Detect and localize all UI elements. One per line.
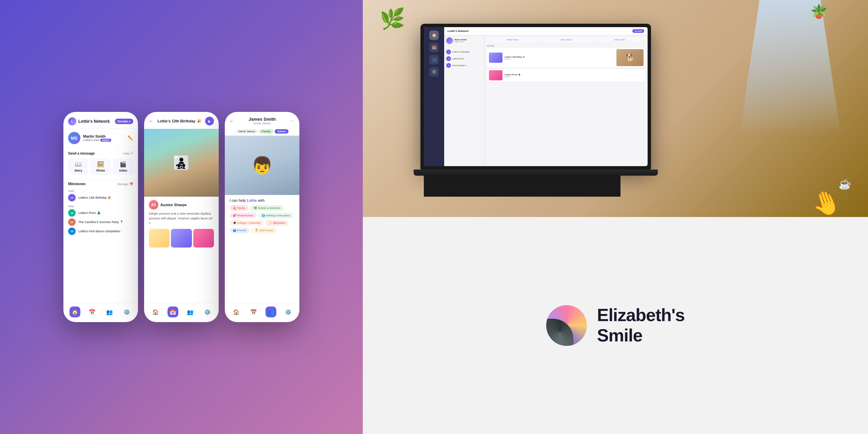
- story-text: Integer posuere erat a ante venenatis da…: [144, 212, 219, 229]
- help-section: I can help Lottie with 🏠 Family 🌿 School…: [225, 195, 299, 236]
- screen-nav-calendar-icon[interactable]: 📅: [429, 43, 439, 52]
- story-image: 👨‍👧‍👦: [144, 129, 219, 197]
- right-panel: 🌿 🪴 ☕ 🏠 📅 👥 ⚙️ Lottie: [363, 0, 868, 434]
- screen-story-item-2: Lottie's Prom 🌲 May 16: [487, 69, 646, 82]
- nav-calendar[interactable]: 📅: [87, 307, 98, 317]
- story-thumb-screen-1: [489, 53, 502, 63]
- story-label: Story: [74, 169, 82, 172]
- story-button[interactable]: 📖 Story: [68, 158, 88, 175]
- admin-tag: Admin: [275, 129, 289, 134]
- story-icon: 📖: [75, 161, 82, 167]
- james-tags-row: Uncle James Family Admin: [225, 128, 299, 136]
- nav2-settings[interactable]: ⚙️: [202, 307, 213, 317]
- screen-write-story-btn[interactable]: Write a story: [487, 37, 539, 42]
- profile-section: MS Martin Smith Lottie's Dad Admin ✏️: [63, 129, 138, 148]
- story-info-2: Lottie's Prom 🌲 May 16: [505, 73, 644, 78]
- nav2-home[interactable]: 🏠: [150, 307, 161, 317]
- screen-main: Lottie's Network Donate Martin Smith Lot…: [444, 27, 648, 166]
- milestone-item-29: 29 Lottie's First dance competition: [68, 228, 133, 235]
- action-buttons: 📖 Story 🖼️ Photo 🎬 Video: [68, 158, 133, 175]
- screen-header: Lottie's Network Donate: [444, 27, 648, 35]
- nav-home[interactable]: 🏠: [70, 307, 80, 317]
- phone2-nav: 🏠 📅 👥 ⚙️: [144, 303, 219, 322]
- help-tag-dontknow: ❓ I don't know: [251, 228, 277, 233]
- nav-settings[interactable]: ⚙️: [121, 307, 132, 317]
- donate-button[interactable]: Donate: [115, 119, 133, 124]
- photo-button[interactable]: 🖼️ Photo: [91, 158, 111, 175]
- edit-icon[interactable]: ✏️: [127, 135, 133, 141]
- play-button[interactable]: ▶: [205, 117, 214, 125]
- photo-icon: 🖼️: [97, 161, 104, 167]
- laptop: 🏠 📅 👥 ⚙️ Lottie's Network Donate: [420, 24, 651, 170]
- phone3-header: ← James Smith Uncle James ···: [225, 112, 299, 128]
- profile-name: Martin Smith: [83, 134, 111, 138]
- milestone-text-24: The Caruther's Summer Party 📍: [78, 220, 123, 224]
- nav-people[interactable]: 👥: [104, 307, 115, 317]
- milestone-date-16: 16: [68, 209, 76, 217]
- help-tag-family: 🏠 Family: [230, 205, 249, 211]
- nav2-calendar[interactable]: 📅: [167, 307, 178, 317]
- screen-list-item-2[interactable]: 16 Lottie's Prom: [446, 55, 482, 62]
- brand-line1: Elizabeth's: [597, 305, 685, 325]
- nav3-home[interactable]: 🏠: [231, 307, 242, 317]
- milestone-date-24: 24: [68, 218, 76, 226]
- screen-nav-home-icon[interactable]: 🏠: [429, 31, 439, 40]
- story-thumbnails: [144, 229, 219, 248]
- list-text-3: The Caruther's...: [452, 64, 468, 66]
- lottie-name: Lottie: [247, 198, 257, 202]
- nav3-settings[interactable]: ⚙️: [283, 307, 294, 317]
- screen-activity-label: Activity: [487, 45, 646, 47]
- nav3-people[interactable]: 👥: [265, 307, 276, 317]
- phone1-header: L Lottie's Network Donate: [63, 112, 138, 129]
- uncle-tag: Uncle James: [236, 129, 258, 134]
- laptop-scene-container: 🌿 🪴 ☕ 🏠 📅 👥 ⚙️ Lottie: [363, 0, 868, 217]
- back-button-james[interactable]: ←: [230, 118, 234, 124]
- screen-right-col: Write a story Add a photo Add a video Ac…: [485, 35, 648, 166]
- phone-container: L Lottie's Network Donate MS Martin Smit…: [63, 112, 299, 322]
- brand-name: Elizabeth's Smile: [597, 305, 685, 346]
- profile-role: Lottie's Dad: [83, 138, 99, 142]
- author-name: Austen Sharpe: [160, 203, 187, 207]
- phone1-header-left: L Lottie's Network: [68, 117, 110, 125]
- milestone-date-29: 29: [68, 228, 76, 235]
- back-button[interactable]: ←: [149, 118, 154, 124]
- list-dot-2: 16: [446, 56, 451, 61]
- screen-add-video-btn[interactable]: Add a video: [594, 37, 646, 42]
- brand-section: Elizabeth's Smile: [363, 217, 868, 434]
- manage-button[interactable]: Manage 📅: [117, 182, 133, 186]
- may-label: May: [68, 204, 133, 208]
- laptop-scene: 🌿 🪴 ☕ 🏠 📅 👥 ⚙️ Lottie: [363, 0, 868, 217]
- send-message-label: Send a message: [68, 152, 95, 155]
- network-avatar-icon: L: [68, 117, 76, 125]
- screen-nav-settings-icon[interactable]: ⚙️: [429, 67, 439, 77]
- story-thumb-1: [149, 229, 170, 248]
- milestones-header: Milestones Manage 📅: [63, 180, 138, 188]
- story-sub-2: May 16: [505, 76, 644, 78]
- milestone-date-13: 13: [68, 194, 76, 201]
- admin-badge: Admin: [100, 139, 111, 142]
- screen-list-item-3[interactable]: 24 The Caruther's...: [446, 62, 482, 69]
- screen-list-item-1[interactable]: 13 Lottie's 13 Birthday: [446, 48, 482, 55]
- phone-lottie-network: L Lottie's Network Donate MS Martin Smit…: [63, 112, 138, 322]
- phone-james: ← James Smith Uncle James ··· Uncle Jame…: [225, 112, 299, 322]
- video-button[interactable]: 🎬 Video: [113, 158, 133, 175]
- laptop-base: [414, 170, 658, 176]
- help-tag-memories: ✨ Memories: [265, 220, 288, 226]
- nav2-people[interactable]: 👥: [185, 307, 196, 317]
- more-button[interactable]: ···: [290, 118, 295, 124]
- story-author: AS Austen Sharpe: [144, 197, 219, 212]
- list-text-2: Lottie's Prom: [452, 58, 464, 60]
- phone1-nav: 🏠 📅 👥 ⚙️: [63, 303, 138, 322]
- april-label: April: [68, 189, 133, 193]
- plant-left-icon: 🌿: [380, 7, 405, 31]
- screen-add-photo-btn[interactable]: Add a photo: [540, 37, 592, 42]
- story-sub-1: April 13: [505, 58, 614, 60]
- screen-nav-network-icon[interactable]: 👥: [429, 55, 439, 64]
- nav3-calendar[interactable]: 📅: [248, 307, 259, 317]
- message-row: Send a message Help: [68, 151, 133, 156]
- help-tags-grid: 🏠 Family 🌿 School or teachers 💕 Relation…: [230, 205, 295, 233]
- birthday-title: Lottie's 13th Birthday 🎉: [157, 119, 201, 123]
- phone3-nav: 🏠 📅 👥 ⚙️: [225, 303, 299, 322]
- james-photo: 👦: [225, 136, 299, 195]
- milestone-item-16: 16 Lottie's Prom 🌲: [68, 209, 133, 217]
